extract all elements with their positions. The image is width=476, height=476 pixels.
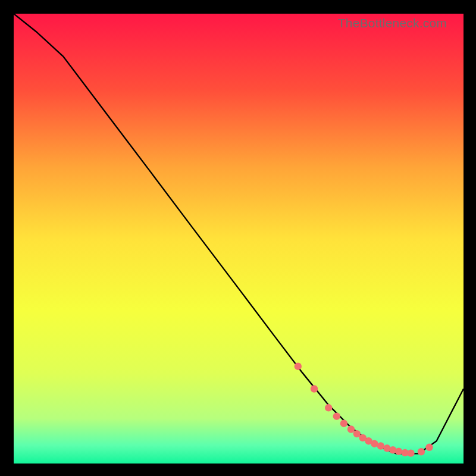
- marker-dot: [311, 385, 318, 392]
- marker-dot: [407, 449, 414, 456]
- marker-dot: [295, 363, 302, 370]
- marker-dot: [418, 448, 425, 455]
- marker-dot: [325, 404, 332, 411]
- marker-dot: [377, 442, 384, 449]
- marker-dot: [340, 420, 347, 427]
- marker-dot: [347, 425, 355, 433]
- bottleneck-chart: [14, 14, 464, 464]
- watermark-label: TheBottleneck.com: [338, 16, 447, 30]
- marker-dot: [371, 440, 378, 447]
- marker-dot: [333, 412, 340, 419]
- marker-dot: [395, 447, 402, 455]
- chart-frame: TheBottleneck.com: [14, 14, 464, 464]
- marker-dot: [425, 444, 433, 451]
